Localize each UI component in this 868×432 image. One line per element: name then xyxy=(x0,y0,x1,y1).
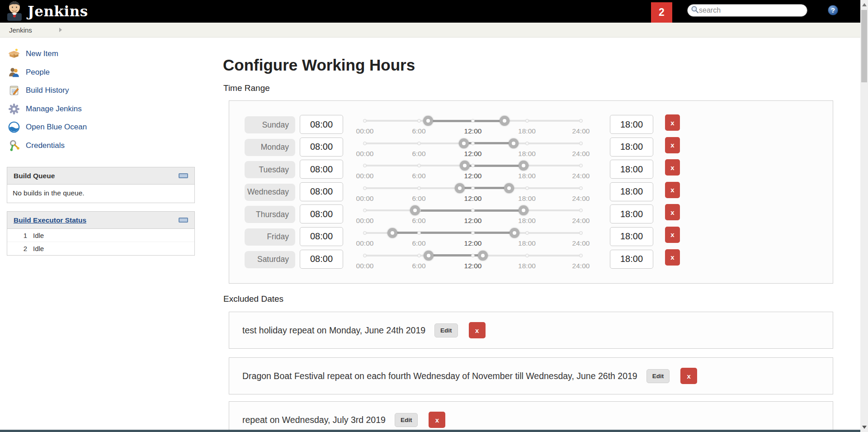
breadcrumb-chevron-icon[interactable] xyxy=(59,28,62,32)
slider-handle-end[interactable] xyxy=(519,205,528,215)
end-time-input[interactable] xyxy=(610,204,653,223)
sidebar-item-people[interactable]: People xyxy=(8,63,189,82)
start-time-input[interactable] xyxy=(300,160,343,179)
time-range-slider[interactable]: 00:00 6:00 12:00 18:00 24:00 xyxy=(365,158,581,180)
axis-tick-label: 12:00 xyxy=(464,172,482,180)
end-time-input[interactable] xyxy=(610,115,653,134)
working-hours-day-row: Tuesday 00:00 6:00 12:00 18:00 24:00 x xyxy=(229,158,833,181)
time-range-slider[interactable]: 00:00 6:00 12:00 18:00 24:00 xyxy=(365,114,581,136)
axis-tick-label: 00:00 xyxy=(356,195,374,203)
day-label-button[interactable]: Tuesday xyxy=(245,161,295,178)
slider-handle-start[interactable] xyxy=(459,138,469,148)
slider-handle-end[interactable] xyxy=(509,228,519,238)
build-history-icon xyxy=(8,85,20,96)
breadcrumb-jenkins[interactable]: Jenkins xyxy=(9,26,32,34)
slider-handle-end[interactable] xyxy=(509,138,519,148)
sidebar-item-label: People xyxy=(26,68,50,77)
end-time-input[interactable] xyxy=(610,250,653,269)
slider-handle-start[interactable] xyxy=(423,116,433,126)
slider-handle-end[interactable] xyxy=(500,116,509,126)
slider-selected-range xyxy=(460,187,509,189)
end-time-input[interactable] xyxy=(610,138,653,157)
day-label-button[interactable]: Friday xyxy=(245,228,295,246)
start-time-input[interactable] xyxy=(300,138,343,157)
axis-tick-label: 6:00 xyxy=(412,239,425,247)
time-range-slider[interactable]: 00:00 6:00 12:00 18:00 24:00 xyxy=(365,136,581,158)
scrollbar-down-arrow-icon[interactable] xyxy=(862,426,867,429)
remove-excluded-date-button[interactable]: x xyxy=(469,322,486,338)
slider-tick-dot xyxy=(525,142,529,145)
start-time-input[interactable] xyxy=(300,204,343,223)
slider-tick-dot xyxy=(417,186,421,190)
slider-handle-start[interactable] xyxy=(387,228,397,238)
slider-tick-dot xyxy=(579,142,583,145)
edit-excluded-date-button[interactable]: Edit xyxy=(646,369,670,383)
axis-tick-label: 24:00 xyxy=(572,239,590,247)
remove-day-button[interactable]: x xyxy=(665,159,680,176)
time-range-slider[interactable]: 00:00 6:00 12:00 18:00 24:00 xyxy=(365,181,581,203)
remove-day-button[interactable]: x xyxy=(665,227,680,243)
axis-tick-label: 24:00 xyxy=(572,217,590,225)
start-time-input[interactable] xyxy=(300,227,343,246)
end-time-input[interactable] xyxy=(610,227,653,246)
edit-excluded-date-button[interactable]: Edit xyxy=(434,323,458,337)
remove-day-button[interactable]: x xyxy=(665,182,680,198)
start-time-input[interactable] xyxy=(300,250,343,269)
sidebar-item-open-blue-ocean[interactable]: Open Blue Ocean xyxy=(8,118,189,137)
slider-tick-dot xyxy=(471,254,475,257)
slider-tick-dot xyxy=(417,119,421,123)
collapse-icon[interactable] xyxy=(179,218,188,223)
remove-day-button[interactable]: x xyxy=(665,137,680,153)
sidebar-item-label: Open Blue Ocean xyxy=(26,123,87,132)
remove-excluded-date-button[interactable]: x xyxy=(680,368,697,384)
axis-tick-label: 00:00 xyxy=(356,172,374,180)
axis-tick-label: 18:00 xyxy=(518,150,536,158)
axis-tick-label: 18:00 xyxy=(518,239,536,247)
scrollbar-up-arrow-icon[interactable] xyxy=(862,3,867,6)
sidebar-item-credentials[interactable]: Credentials xyxy=(8,137,189,155)
search-input[interactable] xyxy=(699,6,798,14)
sidebar-item-new-item[interactable]: New Item xyxy=(8,45,189,63)
slider-handle-start[interactable] xyxy=(424,251,434,261)
collapse-icon[interactable] xyxy=(179,173,188,178)
axis-tick-label: 00:00 xyxy=(356,262,374,270)
jenkins-home-link[interactable]: Jenkins xyxy=(5,0,88,22)
time-range-slider[interactable]: 00:00 6:00 12:00 18:00 24:00 xyxy=(365,226,581,248)
slider-handle-end[interactable] xyxy=(519,161,528,171)
start-time-input[interactable] xyxy=(300,115,343,134)
executor-number: 2 xyxy=(18,245,27,252)
slider-handle-start[interactable] xyxy=(410,205,420,215)
time-range-slider[interactable]: 00:00 6:00 12:00 18:00 24:00 xyxy=(365,248,581,271)
day-label-button[interactable]: Wednesday xyxy=(245,184,295,201)
axis-tick-label: 6:00 xyxy=(412,195,425,203)
sidebar-item-manage-jenkins[interactable]: Manage Jenkins xyxy=(8,100,189,119)
slider-tick-dot xyxy=(579,119,583,123)
slider-handle-end[interactable] xyxy=(504,183,514,193)
sidebar-item-build-history[interactable]: Build History xyxy=(8,81,189,100)
day-label-button[interactable]: Monday xyxy=(245,139,295,156)
time-range-slider[interactable]: 00:00 6:00 12:00 18:00 24:00 xyxy=(365,203,581,225)
slider-handle-start[interactable] xyxy=(455,183,465,193)
day-label-button[interactable]: Thursday xyxy=(245,206,295,223)
day-label-button[interactable]: Saturday xyxy=(245,251,295,268)
notification-badge[interactable]: 2 xyxy=(651,2,672,23)
slider-handle-start[interactable] xyxy=(460,161,470,171)
build-executor-status-title[interactable]: Build Executor Status xyxy=(14,216,86,224)
slider-tick-dot xyxy=(363,231,367,235)
remove-day-button[interactable]: x xyxy=(665,204,680,220)
remove-day-button[interactable]: x xyxy=(665,249,680,266)
help-icon[interactable]: ? xyxy=(828,5,838,15)
scrollbar-thumb[interactable] xyxy=(861,10,867,82)
remove-excluded-date-button[interactable]: x xyxy=(429,412,445,428)
day-label-button[interactable]: Sunday xyxy=(245,116,295,133)
window-bottom-edge xyxy=(0,430,860,432)
edit-excluded-date-button[interactable]: Edit xyxy=(395,413,418,427)
start-time-input[interactable] xyxy=(300,182,343,201)
build-queue-header: Build Queue xyxy=(7,167,194,185)
remove-day-button[interactable]: x xyxy=(665,114,680,131)
slider-handle-end[interactable] xyxy=(478,251,488,261)
end-time-input[interactable] xyxy=(610,182,653,201)
executor-list: 1 Idle 2 Idle xyxy=(7,229,194,255)
executor-number: 1 xyxy=(18,232,27,239)
end-time-input[interactable] xyxy=(610,160,653,179)
